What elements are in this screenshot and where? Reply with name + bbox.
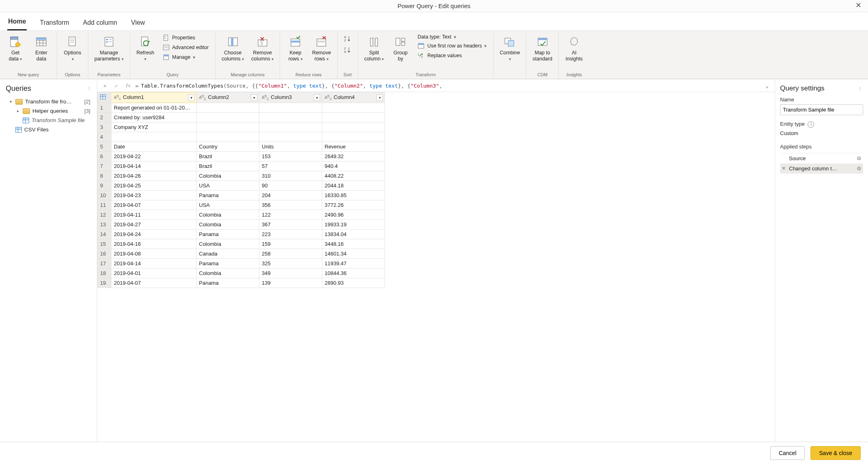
sort-asc-button[interactable]: AZ (342, 33, 353, 44)
table-row[interactable]: 132019-04-27Colombia36719933.19 (98, 220, 385, 230)
row-number[interactable]: 13 (98, 220, 111, 230)
cell[interactable]: 2019-04-23 (111, 191, 197, 200)
group-by-button[interactable]: Group by (388, 32, 413, 64)
cell[interactable] (259, 113, 322, 122)
cell[interactable] (322, 132, 385, 142)
gear-icon[interactable]: ⚙ (857, 165, 862, 172)
save-close-button[interactable]: Save & close (810, 446, 861, 460)
query-item[interactable]: CSV Files (6, 125, 94, 134)
cell[interactable]: 2019-04-27 (111, 220, 197, 230)
row-number[interactable]: 10 (98, 191, 111, 200)
row-number[interactable]: 4 (98, 132, 111, 142)
cell[interactable]: 325 (259, 259, 322, 269)
query-name-input[interactable] (780, 104, 863, 115)
cell[interactable]: 16330.85 (322, 191, 385, 200)
cell[interactable]: 2019-04-07 (111, 200, 197, 210)
cell[interactable]: Company XYZ (111, 122, 197, 132)
keep-rows-button[interactable]: Keep rows ▾ (283, 32, 308, 64)
cell[interactable]: 2019-04-26 (111, 171, 197, 181)
table-row[interactable]: 92019-04-25USA902044.18 (98, 181, 385, 191)
table-row[interactable]: 142019-04-24Panama22313834.04 (98, 230, 385, 239)
cell[interactable]: USA (197, 181, 259, 191)
row-number[interactable]: 14 (98, 230, 111, 239)
remove-columns-button[interactable]: Remove columns ▾ (248, 32, 276, 64)
cell[interactable] (259, 132, 322, 142)
cell[interactable] (197, 132, 259, 142)
options-button[interactable]: Options▾ (60, 32, 85, 64)
expander-icon[interactable]: ▾ (8, 99, 13, 104)
table-row[interactable]: 102019-04-23Panama20416330.85 (98, 191, 385, 200)
column-filter-icon[interactable]: ▾ (376, 95, 383, 101)
row-number[interactable]: 19 (98, 278, 111, 288)
combine-button[interactable]: Combine▾ (497, 32, 523, 64)
cell[interactable] (322, 103, 385, 113)
cell[interactable] (322, 122, 385, 132)
applied-step[interactable]: Source⚙ (780, 153, 863, 163)
table-row[interactable]: 182019-04-01Colombia34910844.36 (98, 269, 385, 278)
ai-insights-button[interactable]: AI insights (562, 32, 586, 64)
cell[interactable]: Colombia (197, 269, 259, 278)
row-number[interactable]: 5 (98, 142, 111, 152)
row-number[interactable]: 7 (98, 161, 111, 171)
cell[interactable]: Colombia (197, 239, 259, 249)
cell[interactable]: 2019-04-14 (111, 161, 197, 171)
row-number[interactable]: 11 (98, 200, 111, 210)
cell[interactable]: 258 (259, 249, 322, 259)
replace-values-button[interactable]: 12 Replace values (416, 51, 463, 60)
formula-cancel-icon[interactable]: ✕ (100, 81, 109, 90)
cell[interactable] (259, 122, 322, 132)
manage-query-button[interactable]: Manage ▾ (161, 53, 197, 62)
enter-data-button[interactable]: Enter data (29, 32, 53, 64)
cell[interactable]: 367 (259, 220, 322, 230)
cell[interactable]: Panama (197, 259, 259, 269)
row-number[interactable]: 17 (98, 259, 111, 269)
cell[interactable]: Colombia (197, 210, 259, 220)
cell[interactable]: 2019-04-11 (111, 210, 197, 220)
map-to-standard-button[interactable]: Map to standard (530, 32, 555, 64)
cell[interactable]: 4408.22 (322, 171, 385, 181)
table-row[interactable]: 2Created by: user9284 (98, 113, 385, 122)
cell[interactable]: Country (197, 142, 259, 152)
cell[interactable]: Created by: user9284 (111, 113, 197, 122)
cell[interactable]: 139 (259, 278, 322, 288)
cell[interactable]: 2019-04-22 (111, 152, 197, 161)
cell[interactable]: 159 (259, 239, 322, 249)
applied-step[interactable]: ✕Changed column t…⚙ (780, 163, 863, 174)
cell[interactable]: Panama (197, 191, 259, 200)
tab-view[interactable]: View (130, 17, 145, 30)
table-row[interactable]: 72019-04-14Brazil57940.4 (98, 161, 385, 171)
column-filter-icon[interactable]: ▾ (251, 95, 257, 101)
cell[interactable]: 2019-04-25 (111, 181, 197, 191)
cancel-button[interactable]: Cancel (770, 446, 805, 460)
column-header[interactable]: ABCColumn1▾ (111, 92, 197, 103)
properties-button[interactable]: Properties (161, 33, 197, 42)
remove-rows-button[interactable]: Remove rows ▾ (309, 32, 334, 64)
cell[interactable]: 2649.32 (322, 152, 385, 161)
sort-desc-button[interactable]: ZA (342, 45, 353, 55)
row-number[interactable]: 6 (98, 152, 111, 161)
cell[interactable]: 90 (259, 181, 322, 191)
cell[interactable]: 2044.18 (322, 181, 385, 191)
row-number[interactable]: 12 (98, 210, 111, 220)
cell[interactable]: Brazil (197, 161, 259, 171)
table-row[interactable]: 4 (98, 132, 385, 142)
choose-columns-button[interactable]: Choose columns ▾ (219, 32, 247, 64)
column-header[interactable]: ABCColumn2▾ (197, 92, 259, 103)
cell[interactable]: 2019-04-14 (111, 259, 197, 269)
cell[interactable]: Units (259, 142, 322, 152)
column-header[interactable]: ABCColumn4▾ (322, 92, 385, 103)
cell[interactable]: Colombia (197, 220, 259, 230)
cell[interactable]: 122 (259, 210, 322, 220)
cell[interactable]: 57 (259, 161, 322, 171)
cell[interactable] (111, 132, 197, 142)
cell[interactable]: Colombia (197, 171, 259, 181)
cell[interactable]: Date (111, 142, 197, 152)
cell[interactable]: 11939.47 (322, 259, 385, 269)
split-column-button[interactable]: Split column ▾ (361, 32, 387, 64)
cell[interactable]: 2490.96 (322, 210, 385, 220)
cell[interactable]: 940.4 (322, 161, 385, 171)
cell[interactable]: 2019-04-08 (111, 249, 197, 259)
table-row[interactable]: 112019-04-07USA3563772.26 (98, 200, 385, 210)
row-number[interactable]: 2 (98, 113, 111, 122)
cell[interactable]: 153 (259, 152, 322, 161)
